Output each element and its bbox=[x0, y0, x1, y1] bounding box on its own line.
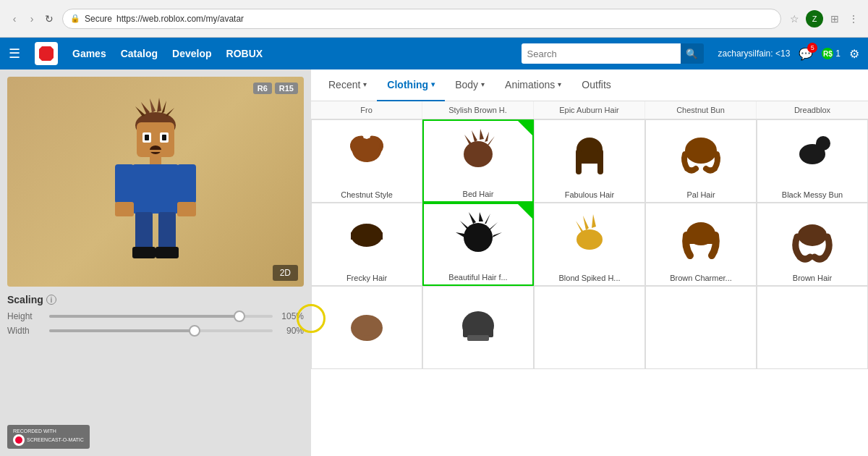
width-slider-fill bbox=[49, 329, 195, 332]
svg-point-49 bbox=[576, 229, 603, 250]
svg-marker-51 bbox=[592, 214, 596, 228]
bookmark-icon[interactable]: ☆ bbox=[787, 12, 801, 26]
item-img-area bbox=[646, 287, 756, 368]
item-cell-r1-c3[interactable]: Brown Charmer... bbox=[645, 203, 757, 286]
tab-outfits[interactable]: Outfits bbox=[571, 69, 621, 101]
chrome-user-icon[interactable]: Z bbox=[806, 10, 823, 28]
width-value: 90% bbox=[278, 326, 304, 336]
item-img-area bbox=[312, 203, 422, 271]
tab-recent[interactable]: Recent ▾ bbox=[318, 69, 377, 101]
secure-label: Secure bbox=[85, 14, 112, 24]
width-slider-thumb[interactable] bbox=[189, 325, 200, 337]
badge-r15[interactable]: R15 bbox=[275, 83, 298, 94]
header-cell-1: Stylish Brown H. bbox=[422, 101, 534, 119]
item-cell-r0-c2[interactable]: Fabulous Hair bbox=[534, 119, 645, 203]
item-cell-r1-c0[interactable]: Frecky Hair bbox=[311, 203, 422, 286]
selected-corner bbox=[518, 204, 532, 219]
tab-animations[interactable]: Animations ▾ bbox=[495, 69, 571, 101]
address-bar[interactable]: 🔒 Secure https://web.roblox.com/my/avata… bbox=[62, 9, 781, 29]
url-text: https://web.roblox.com/my/avatar bbox=[116, 14, 244, 24]
item-cell-r0-c1[interactable]: Bed Hair bbox=[422, 119, 534, 203]
menu-icon[interactable]: ⋮ bbox=[846, 12, 861, 26]
item-img-area bbox=[535, 203, 644, 271]
search-button[interactable]: 🔍 bbox=[681, 43, 704, 64]
svg-marker-47 bbox=[456, 232, 464, 237]
tab-body[interactable]: Body ▾ bbox=[445, 69, 495, 101]
screencast-logo bbox=[13, 434, 25, 446]
svg-rect-54 bbox=[687, 234, 715, 244]
avatar-badges: R6 R15 bbox=[253, 83, 298, 94]
roblox-logo[interactable] bbox=[35, 42, 58, 65]
scaling-title: Scaling i bbox=[7, 294, 304, 305]
tab-clothing[interactable]: Clothing ▾ bbox=[377, 69, 445, 101]
forward-button[interactable]: › bbox=[25, 12, 39, 26]
robux-amount: 1 bbox=[835, 48, 841, 59]
item-cell-r1-c2[interactable]: Blond Spiked H... bbox=[534, 203, 645, 286]
items-header-row: Fro Stylish Brown H. Epic Auburn Hair Ch… bbox=[311, 101, 868, 119]
recent-arrow: ▾ bbox=[363, 80, 367, 88]
tabs-bar: Recent ▾ Clothing ▾ Body ▾ Animations ▾ … bbox=[311, 69, 868, 101]
badge-r6[interactable]: R6 bbox=[253, 83, 272, 94]
item-cell-r2-c1[interactable] bbox=[422, 286, 534, 369]
svg-rect-23 bbox=[156, 247, 179, 258]
back-button[interactable]: ‹ bbox=[7, 12, 22, 26]
item-cell-r2-c3[interactable] bbox=[645, 286, 757, 369]
svg-point-25 bbox=[464, 141, 493, 167]
item-img-area bbox=[646, 120, 756, 187]
item-label: Blond Spiked H... bbox=[535, 271, 644, 285]
item-img-area bbox=[757, 120, 867, 187]
browser-actions: ☆ Z ⊞ ⋮ bbox=[787, 10, 861, 28]
info-icon[interactable]: i bbox=[46, 295, 56, 305]
nav-develop[interactable]: Develop bbox=[172, 48, 211, 59]
header-cell-3: Chestnut Bun bbox=[645, 101, 757, 119]
svg-marker-6 bbox=[166, 108, 174, 117]
item-label: Pal Hair bbox=[646, 187, 756, 202]
svg-marker-48 bbox=[493, 232, 502, 237]
svg-rect-40 bbox=[351, 232, 383, 240]
nav-robux[interactable]: ROBUX bbox=[226, 48, 263, 59]
browser-nav-buttons: ‹ › ↻ bbox=[7, 12, 56, 26]
item-img-area bbox=[312, 287, 422, 368]
refresh-button[interactable]: ↻ bbox=[42, 12, 56, 26]
height-slider-row: Height 105% bbox=[7, 311, 304, 321]
svg-point-41 bbox=[464, 223, 493, 252]
item-cell-r2-c4[interactable] bbox=[757, 286, 868, 369]
animations-arrow: ▾ bbox=[558, 80, 561, 88]
width-label: Width bbox=[7, 326, 43, 336]
item-label: Black Messy Bun bbox=[757, 187, 867, 202]
nav-catalog[interactable]: Catalog bbox=[121, 48, 158, 59]
lock-icon: 🔒 bbox=[70, 14, 80, 23]
search-input[interactable] bbox=[522, 43, 681, 64]
settings-button[interactable]: ⚙ bbox=[849, 47, 859, 61]
screencast-text: RECORDED WITH bbox=[13, 428, 84, 434]
hamburger-menu[interactable]: ☰ bbox=[9, 46, 20, 62]
item-row-2 bbox=[311, 286, 868, 369]
item-cell-r0-c0[interactable]: Chestnut Style bbox=[311, 119, 422, 203]
height-slider-thumb[interactable] bbox=[234, 311, 245, 322]
item-cell-r1-c4[interactable]: Brown Hair bbox=[757, 203, 868, 286]
item-cell-r0-c3[interactable]: Pal Hair bbox=[645, 119, 757, 203]
item-row-0: Chestnut StyleBed HairFabulous HairPal H… bbox=[311, 119, 868, 203]
btn-2d[interactable]: 2D bbox=[273, 265, 298, 281]
item-cell-r1-c1[interactable]: Beautiful Hair f... bbox=[422, 203, 534, 286]
svg-marker-26 bbox=[472, 130, 477, 142]
header-cell-4: Dreadblox bbox=[757, 101, 868, 119]
svg-marker-46 bbox=[489, 222, 498, 229]
item-img-area bbox=[424, 121, 532, 187]
avatar-figure bbox=[98, 95, 213, 269]
extension-icon[interactable]: ⊞ bbox=[827, 12, 842, 26]
svg-rect-14 bbox=[150, 156, 161, 165]
item-cell-r2-c2[interactable] bbox=[534, 286, 645, 369]
svg-marker-50 bbox=[583, 216, 589, 230]
messages-button[interactable]: 💬 5 bbox=[799, 47, 813, 61]
item-cell-r2-c0[interactable] bbox=[311, 286, 422, 369]
nav-games[interactable]: Games bbox=[72, 48, 106, 59]
svg-rect-60 bbox=[467, 335, 489, 341]
svg-marker-42 bbox=[469, 212, 476, 224]
svg-marker-29 bbox=[464, 135, 472, 145]
item-cell-r0-c4[interactable]: Black Messy Bun bbox=[757, 119, 868, 203]
svg-marker-2 bbox=[150, 98, 156, 113]
height-label: Height bbox=[7, 311, 43, 321]
svg-marker-28 bbox=[485, 132, 489, 142]
svg-rect-13 bbox=[150, 150, 161, 152]
